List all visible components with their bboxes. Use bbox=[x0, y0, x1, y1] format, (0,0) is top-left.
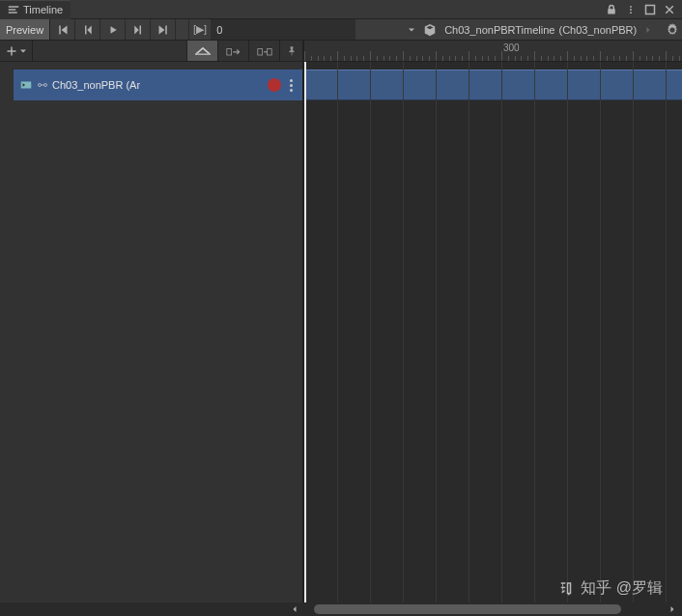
play-range-button[interactable]: [▶] bbox=[189, 19, 211, 40]
asset-breadcrumb[interactable]: Ch03_nonPBRTimeline (Ch03_nonPBR) bbox=[419, 19, 663, 40]
track-binding-label: Ch03_nonPBR (Animatc bbox=[52, 79, 140, 91]
timeline-icon bbox=[8, 4, 19, 15]
clip-area[interactable] bbox=[304, 62, 682, 602]
track-list-panel: Ch03_nonPBR (Animatc bbox=[0, 62, 302, 602]
transport-controls bbox=[50, 19, 176, 40]
toolbar: Preview [▶] Ch03_nonPBRTimeline (Ch03_no… bbox=[0, 19, 682, 41]
ruler-label: 300 bbox=[503, 42, 520, 53]
svg-rect-8 bbox=[226, 48, 231, 54]
tab-label: Timeline bbox=[23, 4, 63, 15]
svg-point-3 bbox=[630, 5, 632, 7]
track-header[interactable]: Ch03_nonPBR (Animatc bbox=[0, 70, 302, 100]
settings-gear-button[interactable] bbox=[663, 19, 682, 40]
close-icon[interactable] bbox=[663, 3, 676, 16]
horizontal-scrollbar bbox=[0, 602, 682, 616]
preview-button[interactable]: Preview bbox=[0, 19, 50, 40]
frame-dropdown[interactable] bbox=[404, 19, 419, 40]
scroll-left-button[interactable] bbox=[289, 603, 300, 615]
skip-end-button[interactable] bbox=[151, 19, 176, 40]
play-button[interactable] bbox=[100, 19, 126, 40]
maximize-icon[interactable] bbox=[643, 3, 657, 16]
record-button[interactable] bbox=[268, 78, 281, 92]
svg-rect-10 bbox=[267, 48, 271, 54]
frame-input[interactable] bbox=[211, 19, 355, 40]
titlebar: Timeline bbox=[0, 0, 682, 19]
scrollbar-track[interactable] bbox=[314, 602, 655, 616]
pin-button[interactable] bbox=[279, 41, 302, 61]
svg-point-5 bbox=[630, 12, 632, 14]
kebab-icon[interactable] bbox=[624, 3, 638, 16]
svg-rect-7 bbox=[195, 53, 211, 55]
svg-point-4 bbox=[630, 9, 632, 11]
window-controls bbox=[605, 3, 682, 16]
playhead[interactable] bbox=[304, 62, 306, 602]
tab-timeline[interactable]: Timeline bbox=[0, 0, 71, 19]
ripple-mode-button[interactable] bbox=[217, 41, 248, 61]
asset-binding-name: (Ch03_nonPBR) bbox=[558, 24, 637, 36]
binding-icon bbox=[37, 79, 48, 91]
time-ruler[interactable]: 300 bbox=[304, 41, 682, 61]
mix-mode-button[interactable] bbox=[186, 41, 217, 61]
cube-icon bbox=[423, 23, 437, 37]
track-menu-button[interactable] bbox=[285, 79, 297, 92]
track-clip-lane[interactable] bbox=[304, 70, 682, 100]
track-controls-row: 300 bbox=[0, 41, 682, 62]
chevron-right-icon bbox=[644, 25, 652, 35]
skip-start-button[interactable] bbox=[50, 19, 75, 40]
main-area: Ch03_nonPBR (Animatc bbox=[0, 62, 682, 602]
add-track-button[interactable] bbox=[0, 41, 33, 61]
svg-rect-6 bbox=[646, 5, 655, 14]
svg-rect-1 bbox=[9, 9, 16, 11]
lock-icon[interactable] bbox=[605, 3, 618, 16]
prev-frame-button[interactable] bbox=[75, 19, 100, 40]
svg-point-13 bbox=[44, 84, 47, 87]
asset-timeline-name: Ch03_nonPBRTimeline bbox=[444, 24, 554, 36]
svg-rect-9 bbox=[257, 48, 262, 54]
svg-rect-0 bbox=[9, 6, 19, 8]
next-frame-button[interactable] bbox=[126, 19, 151, 40]
replace-mode-button[interactable] bbox=[248, 41, 279, 61]
animation-track-icon bbox=[19, 78, 33, 92]
scrollbar-thumb[interactable] bbox=[314, 604, 621, 614]
scroll-right-button[interactable] bbox=[667, 603, 678, 615]
svg-point-12 bbox=[39, 84, 42, 87]
svg-rect-11 bbox=[21, 82, 32, 89]
svg-rect-2 bbox=[9, 12, 17, 14]
